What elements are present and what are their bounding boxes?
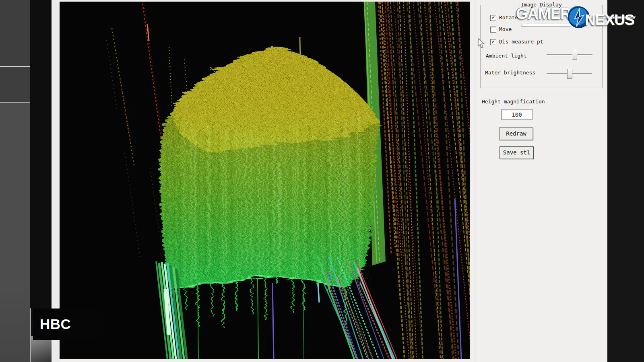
panel-separator: [475, 0, 475, 362]
mater-brightness-label: Mater brightness: [485, 70, 535, 76]
background-light-strip: [52, 0, 60, 362]
checkbox-move[interactable]: [490, 27, 496, 33]
checkbox-rotate-label: Rotate: [499, 14, 518, 21]
surface-3d-render: [60, 2, 470, 359]
checkbox-rotate[interactable]: ✔: [490, 15, 496, 21]
divider: [0, 66, 30, 67]
background-edge-line: [30, 308, 31, 362]
redraw-button[interactable]: Redraw: [499, 128, 533, 140]
surface-3d-viewport[interactable]: [60, 2, 470, 359]
background-left-column: [0, 0, 30, 362]
checkbox-dis-measure-pt[interactable]: ✔: [490, 39, 496, 45]
save-stl-button[interactable]: Save stl: [500, 146, 534, 159]
checkbox-dis-measure-pt-label: Dis measure pt: [499, 39, 543, 45]
height-magnification-label: Height magnification: [482, 99, 545, 105]
mater-brightness-slider-thumb[interactable]: [567, 69, 572, 79]
hbc-watermark: HBC: [33, 309, 97, 340]
ambient-light-slider-thumb[interactable]: [572, 50, 577, 60]
background-right-column: [607, 0, 644, 362]
checkbox-move-label: Move: [499, 26, 512, 32]
groupbox-title: Image Display: [519, 2, 564, 8]
background-black-column: [30, 0, 52, 362]
height-magnification-input[interactable]: [501, 109, 533, 120]
screen: Image Display ✔ Rotate Move ✔ Dis measur…: [0, 0, 644, 362]
ambient-light-slider[interactable]: [547, 54, 592, 56]
background-segment: [0, 103, 30, 362]
ambient-light-label: Ambient light: [486, 53, 527, 59]
